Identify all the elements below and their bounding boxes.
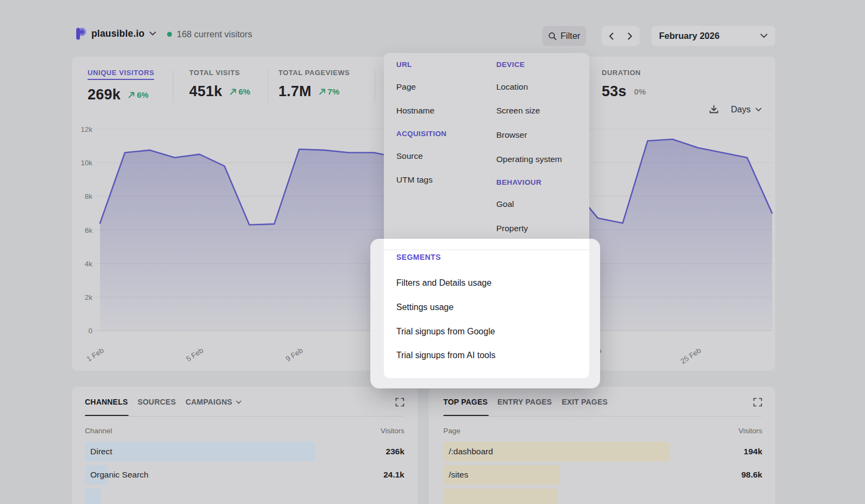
top-bar: plausible.io 168 current visitors Filter…: [72, 25, 775, 46]
svg-text:2k: 2k: [85, 293, 93, 301]
filter-item-operating-system[interactable]: Operating system: [496, 154, 562, 164]
row-name: Direct: [90, 442, 112, 461]
row-value: 24.1k: [383, 465, 404, 485]
col-page: Page: [443, 427, 461, 435]
expand-icon[interactable]: [395, 398, 404, 407]
table-row[interactable]: /sites 98.6k: [443, 465, 762, 485]
search-icon: [548, 32, 557, 41]
tabs-divider: [443, 416, 762, 416]
site-switcher[interactable]: plausible.io: [75, 27, 156, 40]
filter-button-label: Filter: [561, 31, 581, 41]
svg-text:1 Feb: 1 Feb: [85, 346, 105, 363]
expand-icon[interactable]: [753, 398, 762, 407]
col-channel: Channel: [85, 427, 112, 435]
filter-group-device: DEVICE: [496, 61, 525, 69]
pages-card: TOP PAGES ENTRY PAGES EXIT PAGES Page Vi…: [429, 387, 775, 504]
chevron-right-icon: [628, 32, 633, 40]
row-name: /sites: [449, 465, 468, 485]
row-bar: [85, 488, 101, 504]
live-dot-icon: [167, 32, 172, 37]
svg-text:25 Feb: 25 Feb: [679, 346, 702, 365]
row-value: 236k: [386, 442, 404, 461]
filter-button[interactable]: Filter: [542, 26, 586, 46]
sources-card: CHANNELS SOURCES CAMPAIGNS Channel Visit…: [72, 387, 418, 504]
tab-top-pages[interactable]: TOP PAGES: [443, 398, 488, 406]
chevron-down-icon: [236, 400, 242, 404]
filter-item-browser[interactable]: Browser: [496, 130, 527, 140]
col-visitors: Visitors: [381, 427, 404, 435]
row-name: /:dashboard: [449, 442, 493, 461]
table-row-partial[interactable]: [443, 488, 762, 504]
date-range-select[interactable]: February 2026: [651, 26, 775, 46]
sources-tabs: CHANNELS SOURCES CAMPAIGNS: [85, 398, 242, 406]
table-row[interactable]: /:dashboard 194k: [443, 442, 762, 461]
current-visitors-label: 168 current visitors: [177, 29, 252, 39]
svg-text:4k: 4k: [85, 260, 93, 268]
table-header: Page Visitors: [443, 427, 762, 435]
chevron-left-icon: [609, 32, 614, 40]
svg-text:8k: 8k: [85, 192, 93, 200]
filter-item-screen-size[interactable]: Screen size: [496, 106, 540, 116]
tabs-divider: [85, 416, 404, 416]
svg-text:5 Feb: 5 Feb: [185, 346, 205, 363]
filter-item-location[interactable]: Location: [496, 82, 528, 92]
filter-item-property[interactable]: Property: [496, 224, 528, 233]
segment-settings-usage[interactable]: Settings usage: [396, 303, 454, 312]
tab-campaigns[interactable]: CAMPAIGNS: [185, 398, 241, 406]
tab-entry-pages[interactable]: ENTRY PAGES: [497, 398, 552, 406]
segment-trial-signups-google[interactable]: Trial signups from Google: [396, 327, 495, 337]
svg-text:9 Feb: 9 Feb: [284, 346, 304, 363]
next-period-button[interactable]: [621, 26, 640, 46]
prev-period-button[interactable]: [602, 26, 621, 46]
filter-group-behaviour: BEHAVIOUR: [496, 178, 542, 186]
filter-item-page[interactable]: Page: [396, 82, 416, 92]
current-visitors[interactable]: 168 current visitors: [167, 29, 252, 39]
filter-group-url: URL: [396, 61, 412, 69]
filter-item-goal[interactable]: Goal: [496, 199, 514, 209]
svg-text:10k: 10k: [81, 159, 92, 167]
tab-channels[interactable]: CHANNELS: [85, 398, 128, 406]
pages-tabs: TOP PAGES ENTRY PAGES EXIT PAGES: [443, 398, 608, 406]
table-row[interactable]: Organic Search 24.1k: [85, 465, 404, 485]
date-nav: [602, 26, 640, 46]
segments-spotlight: SEGMENTS Filters and Details usage Setti…: [370, 239, 600, 388]
table-row[interactable]: Direct 236k: [85, 442, 404, 461]
row-name: Organic Search: [90, 465, 149, 485]
segment-filters-details-usage[interactable]: Filters and Details usage: [396, 278, 491, 288]
segments-divider: [384, 250, 589, 250]
chevron-down-icon: [149, 31, 156, 36]
site-name: plausible.io: [91, 28, 144, 39]
row-value: 194k: [744, 442, 762, 461]
table-header: Channel Visitors: [85, 427, 404, 435]
row-bar: [443, 488, 558, 504]
chevron-down-icon: [760, 33, 768, 38]
svg-text:0: 0: [88, 327, 92, 335]
tab-sources[interactable]: SOURCES: [137, 398, 176, 406]
filter-group-acquisition: ACQUISITION: [396, 130, 447, 138]
filter-item-source[interactable]: Source: [396, 151, 423, 161]
date-range-label: February 2026: [659, 31, 720, 41]
filter-item-utm-tags[interactable]: UTM tags: [396, 175, 432, 185]
segment-trial-signups-ai-tools[interactable]: Trial signups from AI tools: [396, 351, 495, 360]
col-visitors: Visitors: [738, 427, 762, 435]
svg-text:6k: 6k: [85, 226, 93, 234]
tab-exit-pages[interactable]: EXIT PAGES: [562, 398, 608, 406]
plausible-logo-icon: [75, 27, 86, 40]
table-row-partial[interactable]: [85, 488, 404, 504]
svg-text:12k: 12k: [81, 125, 92, 133]
row-value: 98.6k: [741, 465, 762, 485]
segments-heading: SEGMENTS: [396, 253, 441, 261]
plausible-dashboard: { "header": { "site": "plausible.io", "c…: [0, 0, 865, 504]
row-bar: [85, 442, 315, 461]
filter-item-hostname[interactable]: Hostname: [396, 106, 435, 116]
